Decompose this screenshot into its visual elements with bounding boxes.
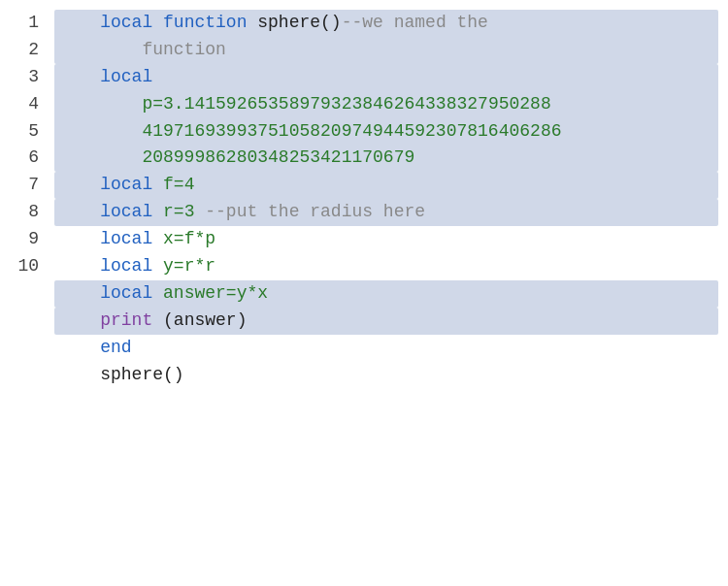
code-line-7: local answer=y*x [54,280,718,308]
line-number-10: 10 [16,253,39,280]
code-line-6: local y=r*r [54,253,718,280]
code-line-1: local function sphere()--we named the fu… [54,10,718,64]
line-number-6: 6 [16,145,39,172]
code-content: local function sphere()--we named the fu… [54,10,728,576]
line-number-column: 12345678910 [0,10,54,576]
code-line-9: end [54,335,718,362]
code-line-8: print (answer) [54,308,718,335]
line-number-9: 9 [16,226,39,253]
code-viewer: 12345678910 local function sphere()--we … [0,0,728,586]
code-line-3: local f=4 [54,172,718,199]
code-line-4: local r=3 --put the radius here [54,199,718,226]
code-line-10: sphere() [54,362,718,389]
line-number-3: 3 [16,64,39,91]
line-number-4: 4 [16,91,39,118]
line-number-1: 1 [16,10,39,37]
code-line-5: local x=f*p [54,226,718,253]
code-line-2: local p=3.141592653589793238462643383279… [54,64,718,173]
line-number-7: 7 [16,172,39,199]
line-number-2: 2 [16,37,39,64]
line-number-5: 5 [16,118,39,146]
line-number-8: 8 [16,199,39,226]
